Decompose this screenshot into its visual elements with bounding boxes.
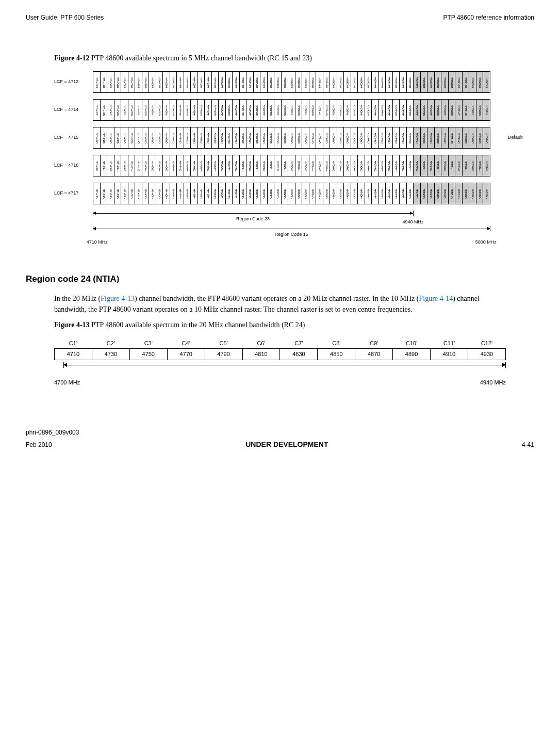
axis-left-label: 4700 MHz [54, 378, 80, 387]
channel-cell: 4954 [427, 100, 434, 120]
channel-cell: 4799 [211, 100, 219, 120]
channel-cell: 4736 [121, 155, 128, 176]
channel-cell: 4764 [162, 100, 170, 120]
channel-cell: 4835 [260, 127, 267, 148]
table-header-cell: C9' [355, 338, 393, 349]
channel-cell: 4754 [149, 100, 156, 120]
spectrum-row: LCF = 4713471347184723472847334738474347… [54, 71, 506, 93]
channel-cell: 4851 [281, 155, 288, 176]
figure-4-13-link[interactable]: Figure 4-13 [101, 295, 135, 302]
region-23-label: Region Code 23 [236, 216, 270, 223]
channel-cell: 4882 [323, 183, 330, 204]
channel-cell: 4779 [184, 100, 191, 120]
channel-cell: 4796 [204, 155, 211, 176]
channel-cell: 4813 [232, 72, 239, 92]
channel-cell: 4769 [170, 100, 177, 120]
channel-cell: 4841 [267, 155, 274, 176]
channel-cell: 4945 [413, 127, 420, 148]
channel-cell: 4989 [476, 100, 483, 120]
figure-4-13-chart: C1'C2'C3'C4'C5'C6'C7'C8'C9'C10'C11'C12' … [54, 338, 506, 387]
channel-cell: 4941 [406, 155, 414, 176]
channel-cell: 4774 [176, 100, 184, 120]
channel-cell: 4992 [476, 183, 483, 204]
channel-cell: 4967 [441, 183, 448, 204]
channel-cell: 4746 [135, 155, 142, 176]
channel-cell: 4944 [413, 100, 420, 120]
lcf-label: LCF = 4717 [54, 190, 93, 197]
channel-cell: 4784 [190, 100, 197, 120]
channel-cell: 4731 [114, 155, 121, 176]
table-value-cell: 4710 [55, 349, 92, 360]
channel-cell: 4832 [253, 183, 260, 204]
channel-strip: 4713471847234728473347384743474847534758… [93, 71, 490, 93]
footer-doc: phn-0896_009v003 [26, 428, 534, 437]
channel-cell: 4978 [462, 72, 469, 92]
figure-number: Figure 4-13 [54, 321, 90, 329]
channel-cell: 4899 [351, 100, 358, 120]
channel-cell: 4948 [420, 72, 427, 92]
channel-cell: 4732 [114, 183, 121, 204]
channel-cell: 4990 [476, 127, 483, 148]
channel-cell: 4773 [176, 72, 184, 92]
channel-cell: 4926 [385, 155, 392, 176]
channel-cell: 4912 [365, 183, 372, 204]
axis-labels: 4700 MHz 4940 MHz [54, 378, 506, 387]
spectrum-row: LCF = 4715471547204725473047354740474547… [54, 127, 506, 149]
channel-cell: 4860 [295, 127, 302, 148]
channel-cell: 4826 [246, 155, 253, 176]
channel-cell: 4881 [323, 155, 330, 176]
channel-cell: 4729 [114, 100, 121, 120]
channel-cell: 4777 [176, 183, 184, 204]
channel-cell: 4883 [330, 72, 337, 92]
channel-cell: 4947 [413, 183, 420, 204]
figure-4-13-caption: Figure 4-13 PTP 48600 available spectrum… [54, 320, 506, 330]
channel-cell: 4972 [448, 183, 455, 204]
channel-cell: 4830 [253, 127, 260, 148]
channel-cell: 4865 [302, 127, 309, 148]
channel-cell: 4722 [100, 183, 107, 204]
channel-cell: 4753 [149, 72, 156, 92]
channel-cell: 4868 [309, 72, 316, 92]
lcf-label: LCF = 4716 [54, 162, 93, 169]
channel-cell: 4755 [149, 127, 156, 148]
channel-cell: 4870 [309, 127, 316, 148]
channel-cell: 4791 [197, 155, 205, 176]
region-23-end-label: 4940 MHz [402, 219, 423, 226]
channel-cell: 4743 [135, 72, 142, 92]
channel-cell: 4748 [142, 72, 149, 92]
channel-cell: 4739 [128, 100, 135, 120]
channel-cell: 4846 [274, 155, 281, 176]
channel-cell: 4827 [246, 183, 253, 204]
channel-cell: 4817 [232, 183, 239, 204]
channel-cell: 4973 [455, 72, 462, 92]
channel-cell: 4859 [295, 100, 302, 120]
channel-cell: 4745 [135, 127, 142, 148]
channel-cell: 4824 [246, 100, 253, 120]
channel-cell: 4917 [371, 183, 378, 204]
channel-cell: 4886 [330, 155, 337, 176]
channel-cell: 4837 [260, 183, 267, 204]
channel-cell: 4962 [434, 183, 441, 204]
channel-cell: 4721 [100, 155, 107, 176]
channel-cell: 4775 [176, 127, 184, 148]
table-value-cell: 4830 [280, 349, 318, 360]
channel-cell: 4780 [184, 127, 191, 148]
table-header-cell: C6' [242, 338, 280, 349]
spectrum-row: LCF = 4717471747224727473247374742474747… [54, 183, 506, 204]
figure-4-14-link[interactable]: Figure 4-14 [419, 295, 453, 302]
channel-cell: 4716 [93, 155, 100, 176]
channel-cell: 4997 [483, 183, 490, 204]
channel-cell: 4884 [330, 100, 337, 120]
figure-4-12-caption: Figure 4-12 PTP 48600 available spectrum… [54, 53, 506, 63]
channel-cell: 4737 [121, 183, 128, 204]
channel-cell: 4728 [114, 72, 121, 92]
header-right: PTP 48600 reference information [443, 13, 534, 22]
channel-cell: 4723 [107, 72, 114, 92]
channel-cell: 4915 [371, 127, 378, 148]
axis-arrow [54, 362, 506, 375]
channel-cell: 4987 [469, 183, 476, 204]
channel-cell: 4717 [93, 183, 100, 204]
lcf-label: LCF = 4714 [54, 106, 93, 114]
channel-cell: 4933 [399, 72, 406, 92]
channel-cell: 4907 [357, 183, 365, 204]
